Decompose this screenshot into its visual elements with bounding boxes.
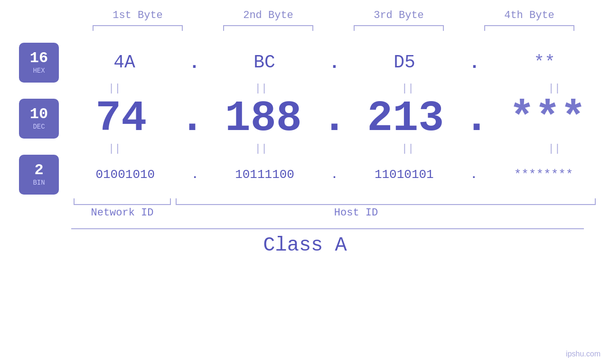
bin-b4: ******** <box>496 168 591 181</box>
hex-row-wrapper: 16 HEX 4A . BC . D5 . ** <box>0 43 610 83</box>
network-bracket <box>74 198 171 205</box>
bin-b3: 11010101 <box>357 168 451 181</box>
class-section: Class A <box>0 228 610 257</box>
host-id-label: Host ID <box>176 207 536 219</box>
bracket-2 <box>223 25 313 31</box>
hex-values: 4A . BC . D5 . ** <box>59 53 610 73</box>
hex-dot3: . <box>469 53 480 73</box>
hex-dot2: . <box>329 53 340 73</box>
bottom-brackets <box>74 198 596 205</box>
dec-dot1: . <box>179 94 205 143</box>
hex-b3: D5 <box>357 54 452 72</box>
bottom-labels: Network ID Host ID <box>74 207 596 219</box>
bottom-section: Network ID Host ID <box>0 198 610 219</box>
dec-dot3: . <box>464 94 489 143</box>
dec-badge-label: DEC <box>33 123 45 131</box>
dec-badge: 10 DEC <box>19 99 59 139</box>
class-line <box>71 228 584 229</box>
dec-b1: 74 <box>74 97 169 140</box>
eq1-b1: || <box>67 83 162 94</box>
network-id-label: Network ID <box>74 207 171 219</box>
eq-col-2: || || || || <box>59 143 610 155</box>
eq2-b2: || <box>214 143 309 155</box>
eq1-b4: || <box>507 83 602 94</box>
bin-b2: 10111100 <box>217 168 312 181</box>
bin-badge: 2 BIN <box>19 155 59 195</box>
bracket-1 <box>93 25 183 31</box>
eq2-b4: || <box>507 143 602 155</box>
eq1-b3: || <box>360 83 455 94</box>
eq1-b2: || <box>214 83 309 94</box>
byte1-label: 1st Byte <box>85 9 190 21</box>
watermark: ipshu.com <box>566 350 601 358</box>
eq-col-1: || || || || <box>59 83 610 94</box>
hex-dot1: . <box>189 53 200 73</box>
dec-row-wrapper: 10 DEC 74 . 188 . 213 . *** <box>0 94 610 143</box>
hex-b2: BC <box>217 54 312 72</box>
hex-badge-label: HEX <box>33 67 45 75</box>
dec-b3: 213 <box>358 97 453 140</box>
class-label: Class A <box>0 234 610 257</box>
hex-badge: 16 HEX <box>19 43 59 83</box>
byte4-label: 4th Byte <box>477 9 582 21</box>
bin-dot2: . <box>331 168 338 181</box>
byte2-label: 2nd Byte <box>216 9 320 21</box>
bin-badge-label: BIN <box>33 179 45 187</box>
main-container: 1st Byte 2nd Byte 3rd Byte 4th Byte 16 H… <box>0 0 610 364</box>
dec-b4: *** <box>500 97 595 140</box>
hex-b1: 4A <box>77 54 172 72</box>
hex-b4: ** <box>497 54 592 72</box>
bin-values: 01001010 . 10111100 . 11010101 . *******… <box>59 168 610 181</box>
byte3-label: 3rd Byte <box>347 9 451 21</box>
dec-values: 74 . 188 . 213 . *** <box>59 94 610 143</box>
bracket-4 <box>484 25 574 31</box>
top-brackets <box>73 25 595 31</box>
bin-dot3: . <box>470 168 477 181</box>
dec-dot2: . <box>321 94 347 143</box>
bin-b1: 01001010 <box>78 168 173 181</box>
host-bracket <box>176 198 596 205</box>
bracket-3 <box>354 25 444 31</box>
equals-row-1: || || || || <box>0 83 610 94</box>
equals-row-2: || || || || <box>0 143 610 155</box>
bin-badge-number: 2 <box>34 163 43 178</box>
eq2-b1: || <box>67 143 162 155</box>
eq2-b3: || <box>360 143 455 155</box>
byte-headers: 1st Byte 2nd Byte 3rd Byte 4th Byte <box>73 9 595 21</box>
dec-badge-number: 10 <box>30 107 48 122</box>
bin-row-wrapper: 2 BIN 01001010 . 10111100 . 11010101 . *… <box>0 155 610 195</box>
bin-dot1: . <box>192 168 198 181</box>
hex-badge-number: 16 <box>30 51 48 66</box>
dec-b2: 188 <box>216 97 311 140</box>
